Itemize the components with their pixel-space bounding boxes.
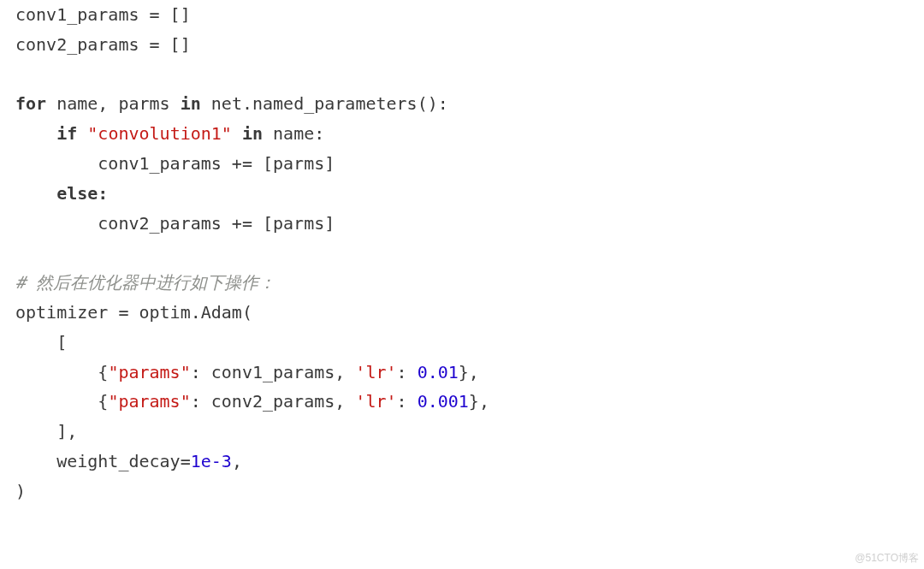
code-line: conv2_params += [parms] (15, 213, 335, 234)
code-line: optimizer = optim.Adam( (15, 302, 252, 323)
code-block: conv1_params = [] conv2_params = [] for … (0, 0, 924, 507)
code-line: else: (15, 183, 108, 204)
code-line: weight_decay=1e-3, (15, 451, 242, 471)
code-line: if "convolution1" in name: (15, 123, 324, 144)
code-line: {"params": conv1_params, 'lr': 0.01}, (15, 362, 479, 382)
code-line: for name, parms in net.named_parameters(… (15, 93, 448, 114)
code-line: conv2_params = [] (15, 34, 191, 55)
code-line: # 然后在优化器中进行如下操作： (15, 272, 275, 293)
code-line: {"params": conv2_params, 'lr': 0.001}, (15, 391, 489, 412)
code-line: conv1_params += [parms] (15, 153, 335, 174)
code-line: ], (15, 421, 77, 442)
watermark: @51CTO博客 (855, 551, 919, 566)
code-line: ) (15, 481, 26, 501)
code-line: [ (15, 332, 67, 353)
code-line: conv1_params = [] (15, 4, 191, 25)
